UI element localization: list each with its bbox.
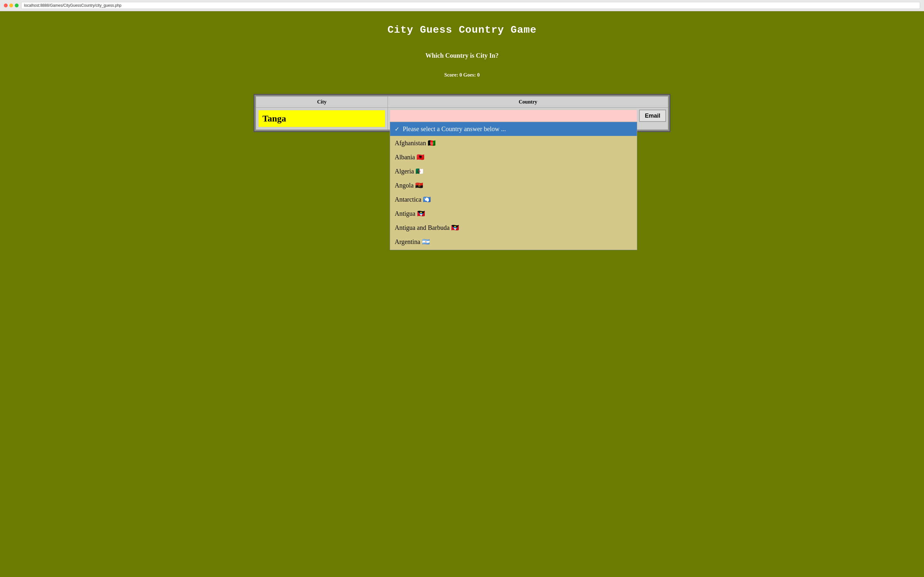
option-label: Antigua 🇦🇬 xyxy=(395,210,425,218)
game-container: City Country xyxy=(254,94,670,132)
option-label: Algeria 🇩🇿 xyxy=(395,167,423,175)
game-title: City Guess Country Game xyxy=(388,24,537,36)
question-text: Which Country is City In? xyxy=(425,52,499,59)
option-label: Angola 🇦🇴 xyxy=(395,181,423,189)
list-item[interactable]: ✓ Antarctica 🇦🇶 xyxy=(390,192,637,206)
close-button[interactable] xyxy=(4,3,8,7)
city-cell xyxy=(256,108,388,130)
url-bar[interactable] xyxy=(21,2,920,9)
table-row: ✓ Please select a Country answer below .… xyxy=(256,108,668,130)
list-item[interactable]: ✓ Albania 🇦🇱 xyxy=(390,150,637,164)
country-row: ✓ Please select a Country answer below .… xyxy=(390,110,666,122)
list-item[interactable]: ✓ Antigua 🇦🇬 xyxy=(390,206,637,221)
list-item[interactable]: ✓ Armenia 🇦🇲 xyxy=(390,249,637,250)
option-label: Antarctica 🇦🇶 xyxy=(395,195,431,203)
traffic-lights xyxy=(4,3,19,7)
placeholder-option-label: Please select a Country answer below ... xyxy=(403,125,506,133)
city-column-header: City xyxy=(256,97,388,108)
list-item[interactable]: ✓ Antigua and Barbuda 🇦🇬 xyxy=(390,221,637,235)
option-label: Albania 🇦🇱 xyxy=(395,153,425,161)
email-button[interactable]: Email xyxy=(639,110,666,122)
option-label: Antigua and Barbuda 🇦🇬 xyxy=(395,224,459,231)
browser-bar xyxy=(0,0,924,11)
list-item[interactable]: ✓ Algeria 🇩🇿 xyxy=(390,164,637,178)
maximize-button[interactable] xyxy=(15,3,19,7)
country-select-wrapper: ✓ Please select a Country answer below .… xyxy=(390,110,637,122)
option-label: Afghanistan 🇦🇫 xyxy=(395,139,436,147)
list-item[interactable]: ✓ Afghanistan 🇦🇫 xyxy=(390,136,637,150)
check-mark-icon: ✓ xyxy=(395,126,399,133)
country-dropdown[interactable]: ✓ Please select a Country answer below .… xyxy=(390,122,637,250)
city-input[interactable] xyxy=(258,110,386,127)
country-column-header: Country xyxy=(388,97,668,108)
game-table: City Country xyxy=(256,96,668,130)
dropdown-placeholder-option[interactable]: ✓ Please select a Country answer below .… xyxy=(390,122,637,136)
minimize-button[interactable] xyxy=(9,3,13,7)
page-content: City Guess Country Game Which Country is… xyxy=(0,11,924,145)
list-item[interactable]: ✓ Argentina 🇦🇷 xyxy=(390,235,637,249)
country-cell: ✓ Please select a Country answer below .… xyxy=(388,108,668,130)
score-text: Score: 0 Goes: 0 xyxy=(444,72,480,78)
option-label: Argentina 🇦🇷 xyxy=(395,238,430,245)
country-select-input[interactable] xyxy=(390,110,637,122)
list-item[interactable]: ✓ Angola 🇦🇴 xyxy=(390,178,637,192)
